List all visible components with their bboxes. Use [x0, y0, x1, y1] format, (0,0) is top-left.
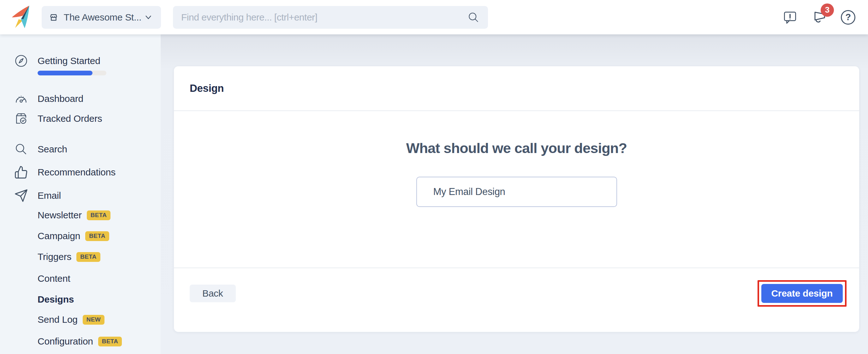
- card-body: What should we call your design?: [174, 111, 859, 267]
- search-icon: [14, 142, 28, 156]
- sidebar-item-triggers[interactable]: Triggers BETA: [0, 248, 161, 266]
- help-button[interactable]: ?: [841, 10, 856, 25]
- sidebar-item-configuration[interactable]: Configuration BETA: [0, 332, 161, 351]
- storefront-icon: [49, 11, 58, 24]
- help-icon: ?: [841, 10, 856, 25]
- sidebar-item-getting-started[interactable]: Getting Started: [0, 52, 161, 70]
- feedback-bubble-icon: [782, 9, 798, 25]
- create-design-button[interactable]: Create design: [761, 284, 843, 303]
- topbar-actions: 3 ?: [782, 8, 856, 26]
- beta-badge: BETA: [76, 252, 100, 262]
- tracked-orders-box-icon: [14, 112, 28, 126]
- announcements-count-badge: 3: [820, 3, 834, 17]
- sidebar-item-content[interactable]: Content: [0, 269, 161, 288]
- top-bar: The Awesome St... 3: [0, 0, 868, 34]
- card-footer: Back Create design: [174, 267, 859, 332]
- getting-started-progress: [37, 71, 106, 75]
- design-card: Design What should we call your design? …: [174, 66, 859, 332]
- sidebar-item-subscribers[interactable]: Subscribers NEW: [0, 353, 161, 354]
- store-selector-label: The Awesome St...: [64, 12, 142, 23]
- paper-plane-logo-icon: [9, 4, 36, 31]
- card-header: Design: [174, 66, 859, 111]
- paper-plane-icon: [14, 189, 28, 202]
- main-content: Design What should we call your design? …: [161, 34, 868, 354]
- feedback-button[interactable]: [782, 9, 798, 25]
- sidebar-item-email[interactable]: Email: [0, 187, 161, 205]
- compass-icon: [14, 54, 28, 68]
- sidebar-item-dashboard[interactable]: Dashboard: [0, 90, 161, 108]
- search-icon[interactable]: [467, 11, 480, 24]
- sidebar-item-newsletter[interactable]: Newsletter BETA: [0, 206, 161, 224]
- sidebar-item-send-log[interactable]: Send Log NEW: [0, 311, 161, 329]
- dashboard-gauge-icon: [14, 92, 28, 106]
- sidebar-nav: Getting Started Dashboard: [0, 34, 161, 354]
- sidebar-item-tracked-orders[interactable]: Tracked Orders: [0, 109, 161, 128]
- sidebar-item-recommendations[interactable]: Recommendations: [0, 163, 161, 182]
- sidebar-item-campaign[interactable]: Campaign BETA: [0, 227, 161, 245]
- back-button[interactable]: Back: [190, 285, 236, 302]
- design-name-question: What should we call your design?: [406, 140, 627, 157]
- beta-badge: BETA: [85, 231, 109, 241]
- progress-fill: [37, 71, 92, 75]
- thumbs-up-icon: [14, 165, 28, 179]
- highlight-annotation: Create design: [757, 280, 847, 307]
- beta-badge: BETA: [98, 336, 122, 347]
- design-name-input[interactable]: [416, 177, 617, 207]
- page-title: Design: [190, 82, 224, 94]
- sidebar-item-search[interactable]: Search: [0, 140, 161, 158]
- global-search: [173, 6, 488, 29]
- store-selector[interactable]: The Awesome St...: [42, 6, 161, 29]
- new-badge: NEW: [83, 315, 104, 325]
- brand-logo[interactable]: [8, 3, 37, 32]
- announcements-button[interactable]: 3: [811, 8, 828, 26]
- sidebar-item-designs[interactable]: Designs: [0, 290, 161, 309]
- beta-badge: BETA: [87, 211, 111, 220]
- search-input[interactable]: [181, 12, 467, 23]
- chevron-down-icon: [143, 12, 153, 23]
